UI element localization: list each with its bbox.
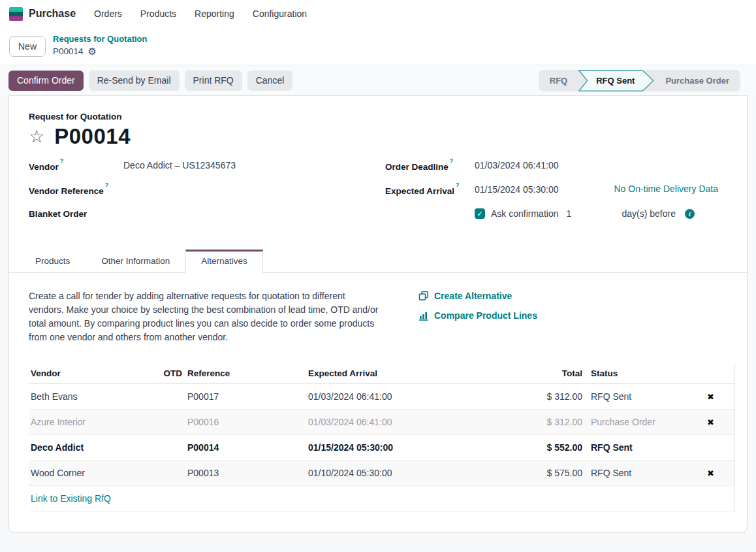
record-title: P00014 — [54, 124, 131, 149]
notebook-tab[interactable]: Alternatives — [185, 250, 263, 273]
cell-total: $ 552.00 — [497, 442, 582, 453]
top-navbar: Purchase OrdersProductsReportingConfigur… — [0, 0, 756, 27]
cell-expected-arrival: 01/03/2024 06:41:00 — [308, 391, 497, 402]
notebook-tab[interactable]: Products — [20, 250, 86, 273]
action-buttons: Confirm Order Re-Send by Email Print RFQ… — [8, 71, 292, 91]
app-name: Purchase — [29, 8, 76, 20]
cell-reference: P00017 — [182, 391, 308, 402]
field-blanket-order: Blanket Order — [29, 208, 385, 232]
col-header-expected-arrival[interactable]: Expected Arrival — [308, 368, 497, 378]
resend-email-button[interactable]: Re-Send by Email — [89, 71, 180, 91]
col-header-vendor[interactable]: Vendor — [29, 368, 158, 378]
order-deadline-label: Order Deadline — [385, 162, 449, 172]
ask-confirmation-checkbox[interactable]: ✓ — [475, 208, 485, 219]
field-expected-arrival: Expected Arrival? 01/15/2024 05:30:00 No… — [385, 184, 735, 208]
help-icon: ? — [105, 182, 109, 188]
confirm-order-button[interactable]: Confirm Order — [8, 71, 84, 91]
form-sheet: Request for Quotation ☆ P00014 Vendor? D… — [8, 95, 748, 533]
cancel-button[interactable]: Cancel — [247, 71, 293, 91]
remove-row-icon[interactable]: ✖ — [687, 392, 734, 402]
table-row[interactable]: Deco Addict P00014 01/15/2024 05:30:00 $… — [29, 435, 734, 461]
cell-total: $ 312.00 — [497, 417, 582, 427]
vendor-reference-label: Vendor Reference — [29, 186, 104, 196]
col-header-otd[interactable]: OTD — [158, 368, 182, 378]
alternatives-table: Vendor OTD Reference Expected Arrival To… — [21, 363, 735, 511]
statusbar-step[interactable]: RFQ — [539, 70, 578, 91]
cell-total: $ 575.00 — [497, 468, 582, 478]
help-icon: ? — [456, 182, 460, 188]
cell-reference: P00014 — [182, 442, 308, 453]
field-order-deadline: Order Deadline? 01/03/2024 06:41:00 — [385, 159, 735, 184]
create-alternative-link[interactable]: Create Alternative — [418, 291, 537, 301]
favorite-star-icon[interactable]: ☆ — [29, 128, 44, 146]
on-time-delivery-link[interactable]: No On-time Delivery Data — [614, 184, 719, 194]
cell-status: RFQ Sent — [582, 391, 687, 402]
col-header-reference[interactable]: Reference — [182, 368, 308, 378]
table-row[interactable]: Beth Evans P00017 01/03/2024 06:41:00 $ … — [29, 384, 734, 410]
blanket-order-label: Blanket Order — [29, 208, 123, 219]
notebook-tab[interactable]: Other Information — [86, 250, 185, 273]
app-logo-icon — [9, 7, 23, 21]
cell-expected-arrival: 01/15/2024 05:30:00 — [308, 442, 497, 453]
cell-status: RFQ Sent — [582, 442, 687, 453]
col-header-total[interactable]: Total — [497, 368, 582, 378]
table-body: Beth Evans P00017 01/03/2024 06:41:00 $ … — [29, 384, 734, 486]
info-icon[interactable]: i — [685, 209, 695, 219]
breadcrumb-current-label: P00014 — [53, 46, 84, 57]
statusbar-step[interactable]: RFQ Sent — [578, 70, 654, 91]
remove-row-icon[interactable]: ✖ — [687, 468, 734, 478]
cell-vendor: Wood Corner — [29, 468, 158, 478]
statusbar-step[interactable]: Purchase Order — [654, 70, 740, 91]
cell-vendor: Deco Addict — [29, 442, 158, 453]
cell-reference: P00013 — [182, 468, 308, 478]
cell-status: Purchase Order — [582, 417, 687, 427]
nav-menu-item[interactable]: Reporting — [195, 8, 234, 19]
nav-menu-item[interactable]: Products — [140, 8, 176, 19]
ask-confirmation-label: Ask confirmation — [491, 208, 558, 219]
breadcrumb-current: P00014 ⚙ — [53, 45, 147, 58]
copy-icon — [418, 291, 429, 301]
breadcrumb-bar: New Requests for Quotation P00014 ⚙ — [0, 27, 756, 65]
doc-type-label: Request for Quotation — [21, 112, 735, 122]
app-brand[interactable]: Purchase — [9, 7, 94, 21]
new-button[interactable]: New — [9, 36, 46, 57]
breadcrumb-parent-link[interactable]: Requests for Quotation — [53, 34, 147, 45]
table-row[interactable]: Azure Interior P00016 01/03/2024 06:41:0… — [29, 410, 734, 435]
order-deadline-value[interactable]: 01/03/2024 06:41:00 — [475, 159, 558, 170]
cell-vendor: Azure Interior — [29, 417, 158, 427]
table-header-row: Vendor OTD Reference Expected Arrival To… — [29, 363, 734, 384]
gear-icon[interactable]: ⚙ — [88, 45, 97, 58]
nav-menu-item[interactable]: Orders — [94, 8, 122, 19]
confirmation-days-input[interactable]: 1 — [566, 208, 571, 219]
statusbar: RFQ RFQ Sent Purchase Order — [539, 70, 740, 91]
remove-row-icon[interactable]: ✖ — [687, 417, 734, 427]
vendor-value[interactable]: Deco Addict – US12345673 — [123, 159, 236, 170]
cell-reference: P00016 — [182, 417, 308, 427]
nav-menu-item[interactable]: Configuration — [253, 8, 307, 19]
nav-menus: OrdersProductsReportingConfiguration — [94, 8, 307, 19]
help-icon: ? — [450, 157, 454, 164]
cell-expected-arrival: 01/03/2024 06:41:00 — [308, 417, 497, 427]
alternatives-description: Create a call for tender by adding alter… — [29, 289, 381, 344]
link-to-existing-rfq[interactable]: Link to Existing RfQ — [31, 493, 111, 504]
control-panel: Confirm Order Re-Send by Email Print RFQ… — [0, 65, 756, 95]
compare-product-lines-link[interactable]: Compare Product Lines — [418, 310, 537, 321]
cell-expected-arrival: 01/10/2024 05:30:00 — [308, 468, 497, 478]
print-rfq-button[interactable]: Print RFQ — [185, 71, 242, 91]
alternatives-tab-content: Create a call for tender by adding alter… — [21, 273, 735, 511]
bar-chart-icon — [418, 310, 429, 321]
col-header-status[interactable]: Status — [582, 368, 687, 378]
field-ask-confirmation: ✓ Ask confirmation 1 day(s) before i — [385, 208, 735, 232]
notebook-tabs: ProductsOther InformationAlternatives — [9, 249, 747, 273]
expected-arrival-value[interactable]: 01/15/2024 05:30:00 — [475, 184, 558, 195]
vendor-label: Vendor — [29, 162, 59, 172]
sheet-background: Request for Quotation ☆ P00014 Vendor? D… — [0, 95, 756, 552]
table-row[interactable]: Wood Corner P00013 01/10/2024 05:30:00 $… — [29, 461, 734, 486]
days-before-label: day(s) before — [622, 208, 676, 219]
check-icon: ✓ — [477, 210, 482, 218]
cell-total: $ 312.00 — [497, 391, 582, 402]
cell-status: RFQ Sent — [582, 468, 687, 478]
field-vendor-reference: Vendor Reference? — [29, 184, 385, 208]
help-icon: ? — [60, 157, 64, 164]
form-fields: Vendor? Deco Addict – US12345673 Vendor … — [21, 159, 735, 232]
